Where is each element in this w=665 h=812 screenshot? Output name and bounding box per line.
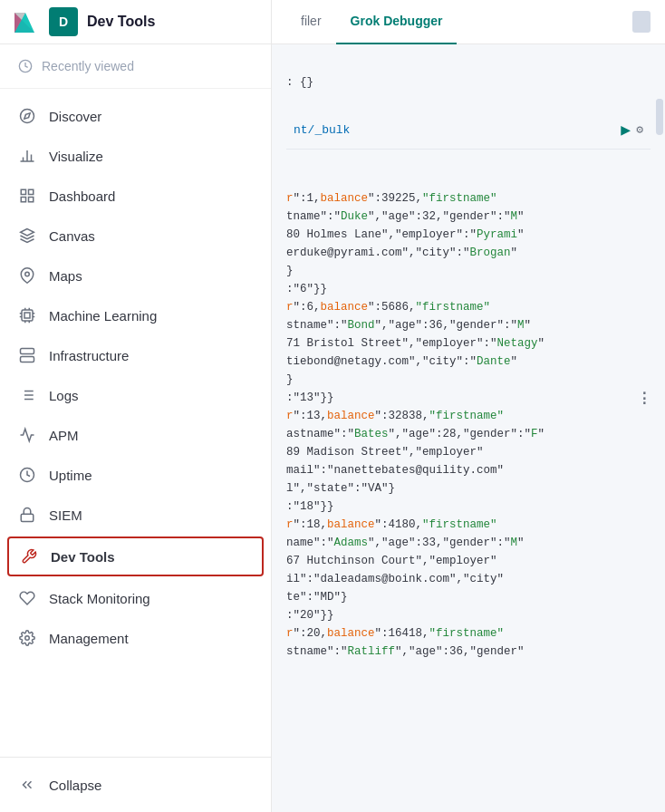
activity-icon — [18, 426, 36, 444]
dev-tools-label: Dev Tools — [51, 549, 115, 565]
svg-rect-27 — [21, 357, 34, 362]
sidebar: D Dev Tools Recently viewed Discover — [0, 0, 272, 812]
main-content: filer Grok Debugger : {} nt/_bulk ▶ ⚙ r"… — [272, 0, 665, 812]
tab-profiler[interactable]: filer — [286, 0, 336, 44]
code-area[interactable]: : {} nt/_bulk ▶ ⚙ r":1,balance":39225,"f… — [272, 44, 665, 812]
svg-rect-16 — [22, 310, 33, 321]
recently-viewed-label: Recently viewed — [42, 59, 134, 73]
infrastructure-label: Infrastructure — [49, 348, 129, 363]
collapse-label: Collapse — [49, 778, 101, 793]
sidebar-item-uptime[interactable]: Uptime — [0, 455, 271, 495]
cpu-icon — [18, 306, 36, 324]
settings-button[interactable]: ⚙ — [636, 121, 643, 140]
dashboard-label: Dashboard — [49, 188, 115, 204]
svg-point-4 — [21, 110, 34, 123]
clock-icon — [18, 466, 36, 484]
sidebar-item-management[interactable]: Management — [0, 618, 271, 658]
sidebar-item-dev-tools[interactable]: Dev Tools — [7, 536, 264, 576]
server-icon — [18, 346, 36, 364]
url-bar: nt/_bulk ▶ ⚙ — [286, 113, 651, 150]
sidebar-item-siem[interactable]: SIEM — [0, 495, 271, 535]
machine-learning-label: Machine Learning — [49, 308, 157, 324]
sidebar-item-visualize[interactable]: Visualize — [0, 136, 271, 176]
recently-viewed[interactable]: Recently viewed — [0, 44, 271, 89]
list-icon — [18, 386, 36, 404]
svg-rect-11 — [29, 189, 34, 194]
main-header: filer Grok Debugger — [272, 0, 665, 44]
management-label: Management — [49, 631, 129, 646]
logs-label: Logs — [49, 388, 79, 403]
collapse-button[interactable]: Collapse — [0, 765, 271, 805]
sidebar-header: D Dev Tools — [0, 0, 271, 44]
grok-debugger-tab-label: Grok Debugger — [351, 14, 443, 28]
sidebar-item-stack-monitoring[interactable]: Stack Monitoring — [0, 578, 271, 618]
nav-items: Discover Visualize — [0, 89, 271, 757]
svg-rect-10 — [21, 189, 25, 194]
tab-grok-debugger[interactable]: Grok Debugger — [336, 0, 458, 44]
svg-point-38 — [25, 636, 30, 641]
apm-label: APM — [49, 428, 79, 443]
app-title: Dev Tools — [87, 14, 260, 30]
sidebar-item-maps[interactable]: Maps — [0, 256, 271, 295]
sidebar-item-dashboard[interactable]: Dashboard — [0, 176, 271, 216]
sidebar-item-logs[interactable]: Logs — [0, 375, 271, 415]
sidebar-item-canvas[interactable]: Canvas — [0, 216, 271, 256]
more-options-indicator: ⋮ — [637, 390, 652, 407]
svg-rect-37 — [21, 514, 34, 521]
collapse-icon — [18, 776, 36, 794]
maps-label: Maps — [49, 268, 82, 284]
svg-point-15 — [25, 272, 30, 276]
svg-marker-5 — [24, 113, 30, 119]
svg-rect-17 — [24, 313, 30, 318]
map-pin-icon — [18, 266, 36, 285]
layers-icon — [18, 227, 36, 245]
heart-icon — [18, 589, 36, 607]
user-avatar[interactable]: D — [49, 7, 78, 36]
siem-label: SIEM — [49, 508, 82, 523]
tool-icon — [20, 547, 38, 566]
lock-icon — [18, 506, 36, 524]
sidebar-item-discover[interactable]: Discover — [0, 96, 271, 136]
kibana-logo — [11, 7, 40, 36]
sidebar-footer: Collapse — [0, 757, 271, 812]
grid-icon — [18, 187, 36, 205]
svg-rect-12 — [29, 198, 34, 202]
scroll-thumb[interactable] — [656, 99, 663, 126]
svg-rect-13 — [21, 198, 25, 202]
uptime-label: Uptime — [49, 468, 92, 483]
svg-rect-26 — [21, 349, 34, 354]
tab-bar: filer Grok Debugger — [286, 0, 457, 44]
svg-marker-14 — [21, 229, 34, 237]
discover-label: Discover — [49, 109, 101, 124]
visualize-label: Visualize — [49, 149, 103, 164]
settings-icon — [18, 629, 36, 647]
scroll-indicator — [632, 11, 651, 33]
sidebar-item-infrastructure[interactable]: Infrastructure — [0, 335, 271, 375]
bar-chart-icon — [18, 147, 36, 165]
code-content: : {} nt/_bulk ▶ ⚙ r":1,balance":39225,"f… — [286, 55, 651, 679]
compass-icon — [18, 107, 36, 125]
sidebar-item-apm[interactable]: APM — [0, 415, 271, 455]
sidebar-item-machine-learning[interactable]: Machine Learning — [0, 295, 271, 335]
profiler-tab-label: filer — [301, 14, 322, 28]
stack-monitoring-label: Stack Monitoring — [49, 591, 150, 606]
play-button[interactable]: ▶ — [621, 118, 631, 144]
url-text: nt/_bulk — [294, 121, 350, 140]
canvas-label: Canvas — [49, 228, 95, 244]
